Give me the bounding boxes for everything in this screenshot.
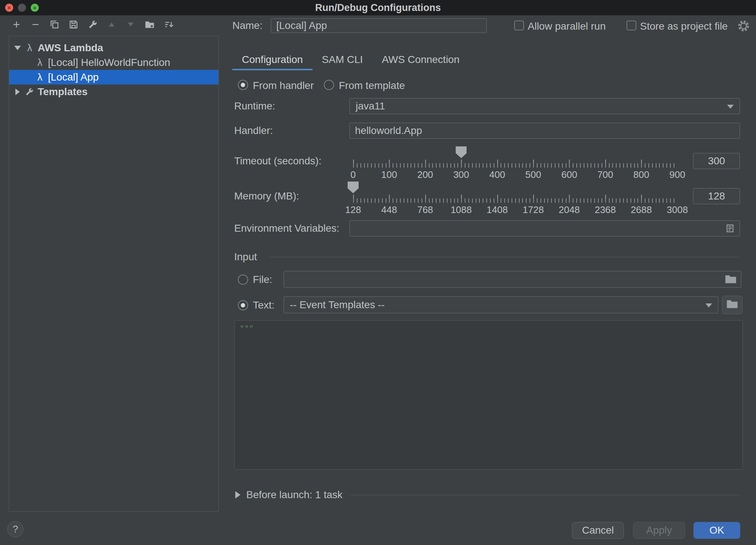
tick-label: 0 [351,169,356,180]
runtime-label: Runtime: [234,100,275,113]
tree-item-label: Templates [38,86,87,98]
move-down-icon[interactable] [125,19,136,30]
title-bar: Run/Debug Configurations [0,0,756,15]
store-as-project-file-label: Store as project file [640,20,728,33]
copy-icon[interactable] [49,19,60,30]
input-text-radio[interactable] [238,300,248,310]
from-template-radio[interactable] [324,80,334,90]
memory-value-field[interactable]: 128 [693,188,740,204]
tree-item-local-app[interactable]: [Local] App [9,70,218,85]
configurations-tree: AWS Lambda [Local] HelloWorldFunction [L… [9,36,219,512]
event-templates-dropdown[interactable]: -- Event Templates -- [284,296,718,313]
aws-lambda-icon [34,72,46,83]
memory-slider: 128 448 768 1088 1408 1728 2048 2368 268… [353,182,677,215]
tab-bar: Configuration SAM CLI AWS Connection [232,51,469,72]
aws-lambda-icon [34,57,46,68]
input-section-divider [269,257,740,257]
input-file-label: File: [253,273,272,286]
from-handler-label: From handler [253,79,314,92]
folder-icon[interactable] [725,275,737,284]
allow-parallel-run-checkbox[interactable] [514,20,524,30]
memory-label: Memory (MB): [234,190,299,203]
tick-label: 200 [417,169,433,180]
folder-icon [726,299,738,310]
timeout-slider-thumb[interactable] [456,146,467,158]
zoom-icon[interactable] [31,4,39,12]
event-templates-value: -- Event Templates -- [290,299,385,311]
chevron-right-icon[interactable] [15,89,20,95]
window-controls [5,4,39,12]
ok-button[interactable]: OK [693,522,740,539]
tick-label: 400 [489,169,505,180]
tab-aws-connection[interactable]: AWS Connection [373,51,469,70]
tick-label: 2688 [631,204,652,216]
tick-label: 3008 [667,204,688,216]
memory-tick-labels: 128 448 768 1088 1408 1728 2048 2368 268… [353,204,677,216]
handler-input[interactable] [349,123,740,139]
input-section-label: Input [234,250,257,264]
tick-label: 900 [669,169,685,180]
edit-templates-wrench-icon[interactable] [87,19,98,30]
chevron-down-icon [727,105,734,109]
input-file-field[interactable] [284,271,741,288]
environment-variables-input[interactable] [349,220,740,236]
tick-label: 600 [561,169,577,180]
save-icon[interactable] [68,19,79,30]
name-input[interactable] [271,18,487,33]
tree-item-label: AWS Lambda [38,42,103,54]
timeout-tick-labels: 0 100 200 300 400 500 600 700 800 900 [353,169,677,181]
add-icon[interactable] [11,19,22,30]
gear-icon[interactable] [737,20,750,34]
from-template-label: From template [339,79,405,92]
runtime-value: java11 [356,100,385,112]
cancel-button[interactable]: Cancel [572,522,624,539]
handler-label: Handler: [234,124,273,137]
timeout-slider-ticks [353,160,677,168]
tree-item-label: [Local] App [48,71,99,83]
chevron-down-icon [706,303,712,307]
timeout-value-field[interactable]: 300 [693,153,740,169]
tick-label: 1408 [487,204,508,216]
apply-button[interactable]: Apply [633,522,685,539]
minimize-icon[interactable] [18,4,26,12]
window-title: Run/Debug Configurations [315,2,441,14]
sort-alphabetically-icon[interactable] [163,19,174,30]
tick-label: 700 [597,169,613,180]
before-launch-label[interactable]: Before launch: 1 task [246,488,343,501]
store-as-project-file-checkbox[interactable] [626,20,636,30]
runtime-dropdown[interactable]: java11 [349,98,740,114]
move-up-icon[interactable] [106,19,117,30]
tab-sam-cli[interactable]: SAM CLI [312,51,373,70]
tick-label: 2048 [559,204,580,216]
aws-lambda-icon [24,42,35,54]
tick-label: 768 [417,204,433,216]
new-folder-icon[interactable] [144,19,155,30]
chevron-right-icon[interactable] [235,491,240,499]
memory-slider-ticks [353,195,677,203]
allow-parallel-run-label: Allow parallel run [528,20,606,33]
timeout-slider: 0 100 200 300 400 500 600 700 800 900 [353,146,677,180]
configurations-toolbar [11,19,174,30]
browse-event-file-button[interactable] [722,296,742,314]
environment-variables-label: Environment Variables: [234,222,339,235]
expand-list-icon[interactable] [725,223,735,234]
tick-label: 448 [381,204,397,216]
remove-icon[interactable] [30,19,41,30]
configuration-editor: Name: Allow parallel run Store as projec… [232,15,756,545]
tick-label: 300 [453,169,469,180]
tree-item-templates[interactable]: Templates [9,85,218,99]
chevron-down-icon[interactable] [14,46,21,50]
tree-item-helloworldfunction[interactable]: [Local] HelloWorldFunction [9,55,218,70]
from-handler-radio[interactable] [238,80,248,90]
event-text-editor[interactable]: """ [234,320,743,470]
memory-slider-thumb[interactable] [348,182,359,193]
tab-configuration[interactable]: Configuration [232,51,312,70]
run-debug-configurations-dialog: Run/Debug Configurations AWS Lambda [Loc… [0,0,756,545]
tick-label: 1088 [450,204,472,216]
close-icon[interactable] [5,4,13,12]
help-button[interactable]: ? [7,521,23,537]
tick-label: 500 [525,169,541,180]
tree-item-aws-lambda[interactable]: AWS Lambda [9,41,218,55]
input-file-radio[interactable] [238,275,248,285]
timeout-label: Timeout (seconds): [234,154,322,168]
